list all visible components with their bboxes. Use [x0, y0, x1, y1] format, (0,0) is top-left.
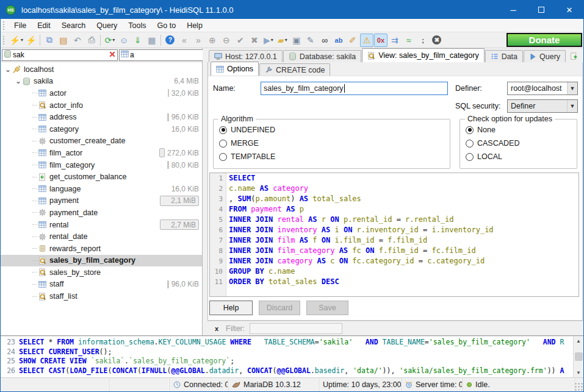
menu-edit[interactable]: Edit [32, 19, 56, 32]
save-to-database-button[interactable]: ▦ [145, 34, 159, 47]
reconnect-button[interactable]: ≈ [402, 34, 416, 47]
filter-input[interactable] [250, 323, 342, 334]
find-text-button[interactable]: ∞ [318, 34, 331, 47]
tree-item-staff[interactable]: staff96,0 KiB [1, 279, 202, 291]
discard-button[interactable]: Discard [259, 301, 300, 315]
close-filter-icon[interactable]: x [212, 325, 221, 332]
print-button[interactable]: ⎙ [85, 34, 98, 47]
radio-icon[interactable] [219, 140, 227, 148]
scroll-up-icon[interactable]: ▲ [576, 337, 581, 346]
scrollbar-thumb[interactable] [575, 352, 583, 361]
scroll-down-icon[interactable]: ▼ [576, 368, 581, 377]
tree-item-category[interactable]: category16,0 KiB [1, 123, 202, 135]
tree-item-actor[interactable]: actor32,0 KiB [1, 87, 202, 99]
tree-item-rewards_report[interactable]: rewards_report [1, 243, 202, 255]
log-scrollbar[interactable]: ▲ ▼ [573, 337, 583, 377]
database-filter-input[interactable] [13, 51, 107, 59]
tab-view-sales-by-film-category[interactable]: View: sales_by_film_category [362, 48, 484, 62]
tab-data[interactable]: Data [485, 50, 523, 62]
dropdown-arrow-icon[interactable]: ▾ [271, 37, 273, 43]
insert-record-button[interactable]: ⊕ [206, 34, 219, 47]
post-changes-button[interactable]: ✔ [234, 34, 247, 47]
bind-parameters-button[interactable]: ⚠ [360, 34, 373, 47]
radio-selected-icon[interactable] [219, 126, 227, 134]
tree-item-actor_info[interactable]: actor_info [1, 99, 202, 112]
refresh-button[interactable]: ⟳▾ [103, 34, 117, 47]
panel-splitter[interactable] [203, 48, 207, 335]
last-record-button[interactable]: » [192, 34, 205, 47]
subtab-create-code[interactable]: CREATE code [259, 63, 330, 76]
radio-selected-icon[interactable] [466, 126, 474, 134]
next-tab-setting-button[interactable]: ⇉ [388, 34, 402, 47]
resize-grip[interactable] [575, 383, 583, 391]
tree-item-rental_date[interactable]: rental_date [1, 230, 202, 243]
radio-icon[interactable] [466, 153, 474, 161]
copy-button[interactable]: ⧉ [43, 34, 56, 47]
tree-item-sakila[interactable]: ⌄sakila6,4 MiB [1, 76, 202, 88]
hex-view-button[interactable]: 0x [374, 34, 388, 47]
radio-temptable[interactable]: TEMPTABLE [214, 150, 450, 163]
chevron-down-icon[interactable]: ⌄ [15, 79, 22, 84]
sql-security-combobox[interactable]: Definer ▼ [507, 99, 578, 113]
radio-icon[interactable] [466, 140, 474, 148]
radio-merge[interactable]: MERGE [214, 137, 450, 150]
close-button[interactable]: ✕ [555, 1, 583, 19]
minimize-button[interactable]: ─ [499, 1, 527, 19]
tree-item-get_customer_balance[interactable]: get_customer_balance [1, 171, 202, 183]
tree-item-payment[interactable]: payment2,1 MiB [1, 195, 202, 207]
replace-text-button[interactable]: ab [332, 34, 345, 47]
menu-tools[interactable]: Tools [123, 19, 151, 32]
radio-icon[interactable] [219, 153, 227, 161]
dropdown-arrow-icon[interactable]: ▾ [21, 37, 23, 43]
menu-file[interactable]: File [9, 19, 32, 32]
radio-cascaded[interactable]: CASCADED [460, 137, 577, 150]
definer-combobox[interactable]: root@localhost ▼ [507, 82, 578, 95]
radio-local[interactable]: LOCAL [460, 150, 577, 163]
maximize-button[interactable] [527, 1, 555, 19]
tab-query[interactable]: Query [524, 50, 566, 62]
donate-button[interactable]: Donate [506, 33, 582, 47]
tree-item-rental[interactable]: rental2,7 MiB [1, 219, 202, 231]
undo-button[interactable]: ↶ [71, 34, 84, 47]
clear-filter-icon[interactable] [109, 51, 116, 60]
radio-none[interactable]: None [460, 123, 577, 137]
save-sql-button[interactable]: ▣ [290, 34, 303, 47]
single-queries-button[interactable]: ; [416, 34, 430, 47]
run-query-button[interactable]: ▶▾ [262, 34, 275, 47]
menu-search[interactable]: Search [56, 19, 92, 32]
sql-log[interactable]: 23SELECT * FROM information_schema.KEY_C… [1, 337, 573, 377]
reformat-sql-button[interactable]: ✐ [346, 34, 359, 47]
help-button[interactable]: ? [164, 34, 177, 47]
tree-item-film_actor[interactable]: film_actor272,0 KiB [1, 147, 202, 159]
tree-item-film_category[interactable]: film_category80,0 KiB [1, 159, 202, 171]
connect-button[interactable]: ⚡ [24, 34, 38, 47]
radio-undefined[interactable]: UNDEFINED [214, 123, 450, 137]
tree-item-sales_by_film_category[interactable]: sales_by_film_category [1, 255, 202, 267]
new-query-tab-button[interactable] [566, 50, 582, 62]
export-database-button[interactable]: ⇓ [131, 34, 145, 47]
save-button[interactable]: Save [306, 301, 348, 315]
tab-database-sakila[interactable]: Database: sakila [283, 50, 361, 62]
tree-item-localhost[interactable]: ⌄localhost [1, 63, 202, 76]
tree-item-customer_create_date[interactable]: customer_create_date [1, 135, 202, 148]
help-button[interactable]: Help [209, 301, 253, 315]
menu-query[interactable]: Query [91, 19, 123, 32]
user-manager-button[interactable]: ☺ [117, 34, 131, 47]
open-sql-file-button[interactable]: ▰▾ [276, 34, 289, 47]
chevron-down-icon[interactable]: ⌄ [4, 67, 12, 72]
tab-host-127-0-0-1[interactable]: Host: 127.0.0.1 [209, 50, 283, 62]
tree-item-sales_by_store[interactable]: sales_by_store [1, 266, 202, 279]
stop-query-button[interactable]: ✖ [430, 34, 444, 47]
paste-button[interactable]: ▤ [57, 34, 70, 47]
dropdown-arrow-icon[interactable]: ▾ [285, 37, 287, 43]
session-manager-button[interactable]: ⚡▾ [9, 34, 24, 47]
menu-help[interactable]: Help [181, 19, 208, 32]
first-record-button[interactable]: « [178, 34, 191, 47]
cancel-editing-button[interactable]: ✖ [248, 34, 261, 47]
tree-item-address[interactable]: address96,0 KiB [1, 111, 202, 123]
view-body-sql-editor[interactable]: 1SELECT2c.name AS category3, SUM(p.amoun… [209, 173, 579, 297]
view-name-input[interactable]: sales_by_film_category [261, 82, 448, 95]
tree-item-payment_date[interactable]: payment_date [1, 207, 202, 219]
tree-item-staff_list[interactable]: staff_list [1, 290, 202, 302]
tree-item-language[interactable]: language16,0 KiB [1, 183, 202, 195]
